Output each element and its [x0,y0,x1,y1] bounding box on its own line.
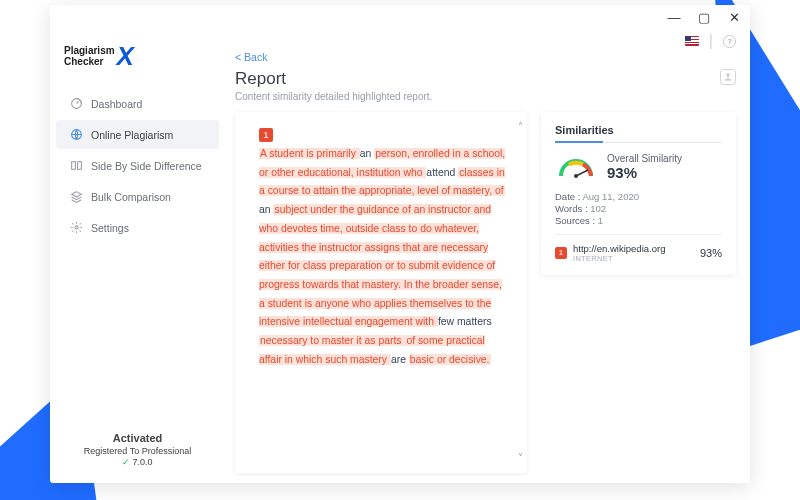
svg-line-5 [576,170,588,176]
sidebar-item-online-plagiarism[interactable]: Online Plagiarism [56,120,219,149]
overall-similarity-value: 93% [607,164,682,181]
activation-subtitle: Registered To Professional [50,446,225,458]
help-icon[interactable]: ? [723,35,736,48]
language-flag-icon[interactable] [685,36,699,46]
page-title: Report [235,69,432,89]
maximize-button[interactable]: ▢ [696,10,712,25]
sidebar-item-bulk[interactable]: Bulk Comparison [56,182,219,211]
sidebar: Plagiarism Checker X Dashboard Online Pl… [50,29,225,483]
sidebar-item-label: Online Plagiarism [91,129,173,141]
plain-text: few matters [438,316,492,327]
similarities-title: Similarities [555,124,722,143]
report-text-panel: ˄ 1 A student is primarily an person, en… [235,112,527,473]
highlighted-text: basic or decisive. [409,354,491,365]
sidebar-item-label: Settings [91,222,129,234]
logo-text-line1: Plagiarism [64,46,115,57]
source-badge: 1 [555,247,567,259]
sidebar-item-label: Side By Side Difference [91,160,202,172]
app-logo: Plagiarism Checker X [50,33,225,88]
back-link[interactable]: < Back [235,51,736,63]
sidebar-item-label: Bulk Comparison [91,191,171,203]
meta-sources: Sources : 1 [555,215,722,226]
svg-point-6 [574,174,578,178]
title-bar: — ▢ ✕ [50,5,750,29]
svg-point-4 [75,226,78,229]
main-content: | ? < Back Report Content similarity det… [225,29,750,483]
activation-version: 7.0.0 [50,457,225,469]
sidebar-item-settings[interactable]: Settings [56,213,219,242]
export-button[interactable] [720,69,736,85]
globe-icon [70,128,83,141]
highlighted-text: A student is primarily [259,148,360,159]
source-url: http://en.wikipedia.org [573,243,694,254]
gauge-icon [70,97,83,110]
compare-icon [70,159,83,172]
similarity-gauge-icon [555,155,597,179]
app-window: — ▢ ✕ Plagiarism Checker X Dashboard Onl… [50,5,750,483]
activation-title: Activated [50,431,225,445]
scroll-up-icon[interactable]: ˄ [518,118,523,136]
overall-similarity-label: Overall Similarity [607,153,682,164]
report-body: A student is primarily an person, enroll… [259,145,507,370]
sidebar-item-side-by-side[interactable]: Side By Side Difference [56,151,219,180]
source-row[interactable]: 1 http://en.wikipedia.org INTERNET 93% [555,234,722,263]
scroll-down-icon[interactable]: ˅ [518,449,523,467]
nav: Dashboard Online Plagiarism Side By Side… [50,88,225,243]
highlighted-text: necessary to master it as parts [259,335,405,346]
page-subtitle: Content similarity detailed highlighted … [235,91,432,102]
minimize-button[interactable]: — [666,10,682,25]
source-type: INTERNET [573,254,694,263]
layers-icon [70,190,83,203]
activation-status: Activated Registered To Professional 7.0… [50,431,225,473]
close-button[interactable]: ✕ [726,10,742,25]
match-badge: 1 [259,128,273,142]
gear-icon [70,221,83,234]
plain-text: are [391,354,409,365]
source-percent: 93% [700,247,722,259]
svg-rect-3 [78,162,82,170]
plain-text: an [259,204,273,215]
similarities-panel: Similarities Overall Similarity 93% Date… [541,112,736,275]
sidebar-item-dashboard[interactable]: Dashboard [56,89,219,118]
meta-words: Words : 102 [555,203,722,214]
sidebar-item-label: Dashboard [91,98,142,110]
plain-text: an [360,148,374,159]
highlighted-text: subject under the guidance of an instruc… [259,204,502,327]
logo-x-icon: X [117,41,134,72]
plain-text: attend [426,167,458,178]
logo-text-line2: Checker [64,57,115,68]
svg-rect-2 [72,162,76,170]
